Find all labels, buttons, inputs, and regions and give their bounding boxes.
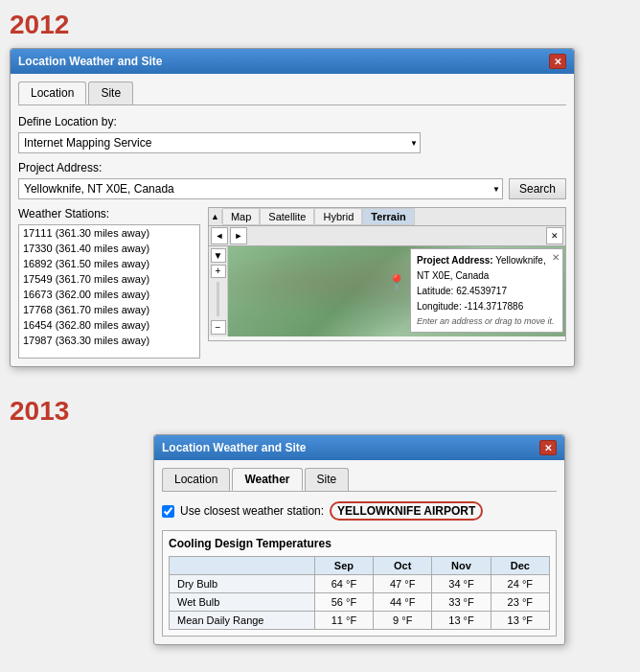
define-location-select-wrapper: Internet Mapping Service ▼ [18,132,421,153]
map-nav-row: ▲ Map Satellite Hybrid Terrain [209,208,565,226]
address-select-wrapper: Yellowknife, NT X0E, Canada ▼ [18,178,503,199]
station-item-6[interactable]: 16454 (362.80 miles away) [19,317,199,333]
dialog-2012: Location Weather and Site ✕ Location Sit… [10,48,575,367]
station-item-1[interactable]: 17330 (361.40 miles away) [19,241,199,256]
tab-location-2013[interactable]: Location [162,468,230,491]
cell-wet-sep: 56 °F [314,593,373,612]
stations-label: Weather Stations: [18,207,200,220]
station-item-5[interactable]: 17768 (361.70 miles away) [19,302,199,317]
address-label: Project Address: [18,161,566,174]
info-address-label: Project Address: Yellowknife, NT X0E, Ca… [417,253,557,284]
cell-dry-nov: 34 °F [432,575,491,593]
dialog-2013-content: Location Weather Site Use closest weathe… [154,460,564,644]
stations-list[interactable]: 17111 (361.30 miles away) 17330 (361.40 … [18,224,200,359]
stations-list-container: Weather Stations: 17111 (361.30 miles aw… [18,207,200,359]
table-row-dry-bulb: Dry Bulb 64 °F 47 °F 34 °F 24 °F [170,575,550,593]
station-item-2[interactable]: 16892 (361.50 miles away) [19,256,199,271]
table-row-mean-daily: Mean Daily Range 11 °F 9 °F 13 °F 13 °F [170,612,550,630]
zoom-slider[interactable] [217,282,219,316]
map-pan-left-btn[interactable]: ◄ [211,227,228,244]
map-nav-row-2: ◄ ► ✕ [209,226,565,246]
map-tab-satellite[interactable]: Satellite [260,208,314,225]
dialog-2013-titlebar: Location Weather and Site ✕ [154,435,564,460]
cell-dry-oct: 47 °F [374,575,432,593]
info-lon-label: Longitude: [417,301,462,312]
info-close-icon[interactable]: ✕ [552,250,560,266]
col-header-empty [170,557,315,575]
dialog-2013: Location Weather and Site ✕ Location Wea… [153,434,565,645]
use-closest-checkbox[interactable] [162,505,174,518]
dialog-2012-content: Location Site Define Location by: Intern… [11,74,574,366]
year-2012-section: 2012 Location Weather and Site ✕ Locatio… [10,10,630,367]
map-info-box: ✕ Project Address: Yellowknife, NT X0E, … [410,248,563,333]
info-lat-value: 62.4539717 [456,286,507,296]
info-lat-row: Latitude: 62.4539717 [417,284,557,299]
map-container: ▲ Map Satellite Hybrid Terrain ◄ ► [208,207,566,341]
zoom-minus-btn[interactable]: − [211,320,226,335]
map-pin-icon: 📍 [387,273,406,291]
cooling-table: Sep Oct Nov Dec Dry Bulb 64 °F 47 °F 34 … [169,556,550,630]
address-select[interactable]: Yellowknife, NT X0E, Canada [18,178,503,199]
info-hint: Enter an address or drag to move it. [417,314,557,328]
cell-mean-oct: 9 °F [374,612,432,630]
map-tab-hybrid[interactable]: Hybrid [314,208,362,225]
map-tab-map[interactable]: Map [222,208,260,225]
tab-location-2012[interactable]: Location [18,81,86,104]
year-2012-label: 2012 [10,10,630,40]
cooling-section: Cooling Design Temperatures Sep Oct Nov … [162,530,557,637]
define-location-label: Define Location by: [18,115,566,128]
cooling-title: Cooling Design Temperatures [169,537,550,550]
tab-weather-2013[interactable]: Weather [232,468,302,491]
cell-dry-dec: 24 °F [491,575,549,593]
define-location-select[interactable]: Internet Mapping Service [18,132,421,153]
col-header-oct: Oct [374,557,432,575]
dialog-2012-tabs: Location Site [18,81,566,105]
dialog-2012-close-button[interactable]: ✕ [549,54,566,69]
row-label-mean-daily: Mean Daily Range [170,612,315,630]
dialog-2012-title: Location Weather and Site [18,55,162,68]
cell-wet-nov: 33 °F [432,593,491,612]
table-row-wet-bulb: Wet Bulb 56 °F 44 °F 33 °F 23 °F [170,593,550,612]
map-close-btn[interactable]: ✕ [546,227,563,244]
zoom-plus-btn[interactable]: + [211,265,226,279]
station-item-4[interactable]: 16673 (362.00 miles away) [19,287,199,302]
station-item-7[interactable]: 17987 (363.30 miles away) [19,333,199,348]
row-label-wet-bulb: Wet Bulb [170,593,315,612]
station-item-0[interactable]: 17111 (361.30 miles away) [19,225,199,241]
tab-site-2013[interactable]: Site [305,468,350,491]
dialog-2013-close-button[interactable]: ✕ [539,440,557,455]
weather-checkbox-row: Use closest weather station: YELLOWKNIFE… [162,501,557,521]
info-lat-label: Latitude: [417,286,453,296]
col-header-dec: Dec [491,557,549,575]
tab-site-2012[interactable]: Site [88,81,133,104]
define-location-row: Define Location by: Internet Mapping Ser… [18,115,566,153]
col-header-sep: Sep [314,557,373,575]
zoom-down-btn[interactable]: ▼ [211,248,226,263]
dialog-2013-title: Location Weather and Site [162,441,306,454]
station-item-3[interactable]: 17549 (361.70 miles away) [19,271,199,287]
stations-map-section: Weather Stations: 17111 (361.30 miles aw… [18,207,566,359]
cell-wet-oct: 44 °F [374,593,432,612]
map-zoom-panel: ▼ + − [209,246,228,336]
map-pan-right-btn[interactable]: ► [230,227,247,244]
cell-mean-dec: 13 °F [491,612,549,630]
year-2013-label: 2013 [10,396,630,427]
address-row: Project Address: Yellowknife, NT X0E, Ca… [18,161,566,199]
cell-wet-dec: 23 °F [491,593,549,612]
map-tabs-container: Map Satellite Hybrid Terrain [222,208,565,225]
cell-mean-nov: 13 °F [432,612,491,630]
col-header-nov: Nov [432,557,491,575]
cell-mean-sep: 11 °F [314,612,373,630]
address-input-row: Yellowknife, NT X0E, Canada ▼ Search [18,178,566,199]
dialog-2013-tabs: Location Weather Site [162,468,557,492]
map-tab-terrain[interactable]: Terrain [362,208,414,225]
map-up-btn[interactable]: ▲ [209,210,222,223]
map-body: ▼ + − 📍 ✕ Project Address: Yellowknife, … [209,246,565,336]
use-closest-label: Use closest weather station: [180,504,324,518]
map-image-area[interactable]: 📍 ✕ Project Address: Yellowknife, NT X0E… [228,246,565,336]
dialog-2012-titlebar: Location Weather and Site ✕ [11,49,574,74]
year-2013-section: 2013 Location Weather and Site ✕ Locatio… [10,396,630,645]
info-lon-value: -114.3717886 [465,301,524,312]
station-name-highlight: YELLOWKNIFE AIRPORT [330,501,483,521]
search-button[interactable]: Search [509,178,566,199]
